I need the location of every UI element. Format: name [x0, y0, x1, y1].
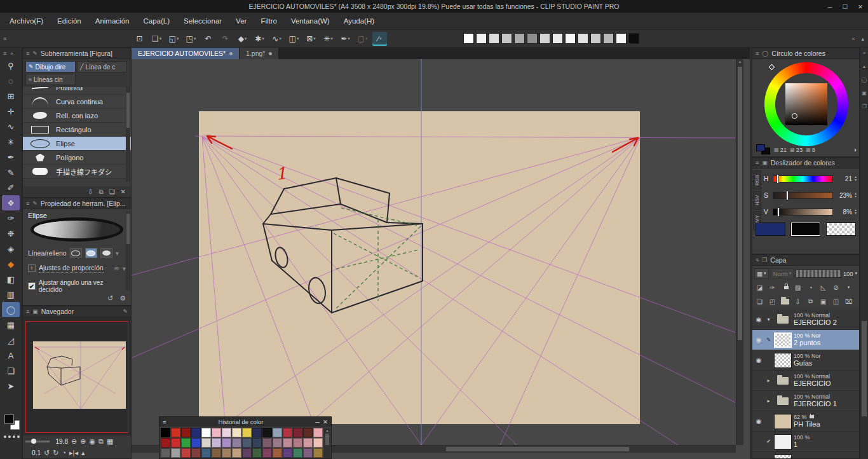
history-menu-icon[interactable]: ≡	[163, 418, 166, 425]
history-swatch[interactable]	[273, 448, 282, 458]
panel-menu-icon[interactable]: ≡	[756, 160, 759, 166]
check-icon[interactable]: ✔	[765, 439, 772, 444]
canvas[interactable]: 1	[132, 59, 735, 445]
layer-eye-icon[interactable]: ◉	[754, 357, 763, 364]
new-vector-layer-icon[interactable]: ◰	[767, 296, 778, 307]
figure-tool[interactable]: ◯	[2, 302, 20, 317]
gray-swatch[interactable]	[603, 33, 614, 44]
lock-alpha-icon[interactable]: ▨	[792, 282, 803, 293]
layer-thumbnail[interactable]	[774, 332, 792, 348]
history-swatch[interactable]	[222, 438, 231, 448]
history-swatch[interactable]	[222, 448, 231, 458]
panel-menu-icon[interactable]: ≡	[756, 50, 759, 57]
fill-tool[interactable]: ◧	[2, 271, 20, 287]
history-swatch[interactable]	[201, 448, 211, 458]
draft-layer-icon[interactable]: ✑	[767, 282, 778, 293]
gray-swatch[interactable]	[616, 33, 627, 44]
navigator-view-frame[interactable]	[25, 321, 128, 433]
history-swatch[interactable]	[283, 438, 292, 448]
history-swatch[interactable]	[171, 428, 180, 437]
history-swatch[interactable]	[201, 438, 211, 448]
enable-mask-icon[interactable]: ◔	[805, 282, 816, 293]
line-width-dropdown[interactable]: ∕▾	[372, 32, 387, 46]
layer-eye-icon[interactable]: ◉	[754, 316, 763, 323]
menu-item[interactable]: Animación	[88, 17, 137, 25]
history-swatch[interactable]	[252, 438, 262, 448]
gray-swatch[interactable]	[590, 33, 601, 44]
history-swatch[interactable]	[232, 438, 241, 448]
dock-collapse-icon[interactable]: «	[863, 50, 865, 56]
subtool-item[interactable]: 手描き線フキダシ	[23, 165, 131, 179]
layer-thumbnail[interactable]	[774, 394, 792, 409]
toolbar-collapse-icon[interactable]: «	[3, 35, 7, 42]
mix-color-tool[interactable]: ◆	[2, 256, 20, 271]
panel-menu-icon[interactable]: ≡	[26, 308, 29, 315]
history-swatch[interactable]	[293, 448, 302, 458]
gray-swatch[interactable]	[539, 33, 550, 44]
delete-layer-icon[interactable]: ⌧	[843, 296, 854, 307]
subtool-item[interactable]: Rectángulo	[23, 123, 131, 137]
save-file-button[interactable]: ◳▾	[184, 32, 198, 46]
h-slider[interactable]	[773, 175, 833, 182]
history-close-icon[interactable]: ✕	[323, 418, 328, 425]
history-swatch[interactable]	[232, 448, 241, 458]
zoom-out-icon[interactable]: ⊖	[71, 437, 77, 446]
gradient-tool[interactable]: ▥	[2, 287, 20, 302]
delete-subtool-icon[interactable]: ✕	[121, 188, 126, 195]
menu-item[interactable]: Ayuda(H)	[337, 17, 381, 25]
history-swatch[interactable]	[161, 448, 170, 458]
transfer-down-icon[interactable]: ⇩	[792, 296, 803, 307]
lock-layer-icon[interactable]	[780, 282, 790, 293]
opacity-caret-icon[interactable]: ▾	[855, 271, 857, 276]
dock-tab-layers-icon[interactable]: ❐	[862, 104, 866, 109]
panel-menu-icon[interactable]: ≡	[26, 200, 29, 207]
s-step-down-icon[interactable]: ▾	[855, 195, 857, 198]
subtool-item[interactable]: Elipse	[23, 137, 131, 151]
panel-menu-icon[interactable]: ≡	[756, 257, 759, 263]
navigator-preview[interactable]	[23, 317, 131, 437]
decoration-tool[interactable]: ❖	[2, 195, 20, 210]
zoom-actual-icon[interactable]: ◉	[89, 437, 95, 446]
gray-swatch[interactable]	[628, 33, 639, 44]
balloon-tool[interactable]: ❏	[2, 363, 20, 378]
minimize-button[interactable]: ─	[828, 3, 832, 10]
dock-tab-wheel-icon[interactable]: ◯	[862, 77, 867, 83]
fit-screen-icon[interactable]: ⧉	[98, 437, 104, 446]
layer-opacity-slider[interactable]	[796, 270, 841, 278]
gray-swatch[interactable]	[552, 33, 563, 44]
clip-to-layer-icon[interactable]: ◪	[754, 282, 765, 293]
restore-defaults-icon[interactable]: ↺	[107, 294, 113, 303]
menu-item[interactable]: Ventana(W)	[284, 17, 337, 25]
history-swatch[interactable]	[201, 428, 211, 437]
s-slider[interactable]	[773, 192, 833, 199]
dock-tab-sliders-icon[interactable]: ▣	[862, 90, 867, 96]
menu-item[interactable]: Edición	[50, 17, 88, 25]
menu-item[interactable]: Archivo(F)	[3, 17, 50, 25]
lasso-dropdown[interactable]: ∿▾	[269, 32, 284, 46]
gray-swatch[interactable]	[527, 33, 538, 44]
subtool-item[interactable]: Polilínea	[23, 87, 131, 95]
history-swatch[interactable]	[191, 448, 201, 458]
fix-angle-checkbox[interactable]: ✔	[28, 282, 36, 290]
rotate-cw-icon[interactable]: ↻	[53, 449, 58, 457]
history-swatch[interactable]	[252, 428, 262, 437]
line-fill-caret-icon[interactable]: ▾	[116, 249, 119, 257]
history-swatch[interactable]	[212, 448, 221, 458]
main-color-chip[interactable]	[4, 414, 14, 424]
secondary-color-swatch[interactable]	[791, 223, 821, 236]
history-swatch[interactable]	[171, 438, 180, 448]
folder-arrow-icon[interactable]: ▸	[765, 398, 772, 404]
correct-line-tool[interactable]: ➤	[2, 378, 20, 394]
history-swatch[interactable]	[262, 448, 272, 458]
subtool-scrollbar[interactable]	[126, 86, 130, 182]
blend-tool[interactable]: ❉	[2, 226, 20, 241]
history-swatch[interactable]	[222, 428, 231, 437]
primary-color-swatch[interactable]	[756, 223, 785, 236]
canvas-vertical-scrollbar[interactable]: ▴	[736, 59, 743, 445]
subtool-tab[interactable]: ≈Líneas cin	[25, 74, 76, 85]
history-swatch[interactable]	[262, 428, 272, 437]
hue-marker[interactable]	[769, 64, 775, 71]
edit-pencil-icon[interactable]: ✎	[765, 337, 772, 343]
blend-mode-dropdown[interactable]: Norm▾	[771, 268, 794, 279]
layer-mask-icon[interactable]: ▣	[818, 296, 829, 307]
